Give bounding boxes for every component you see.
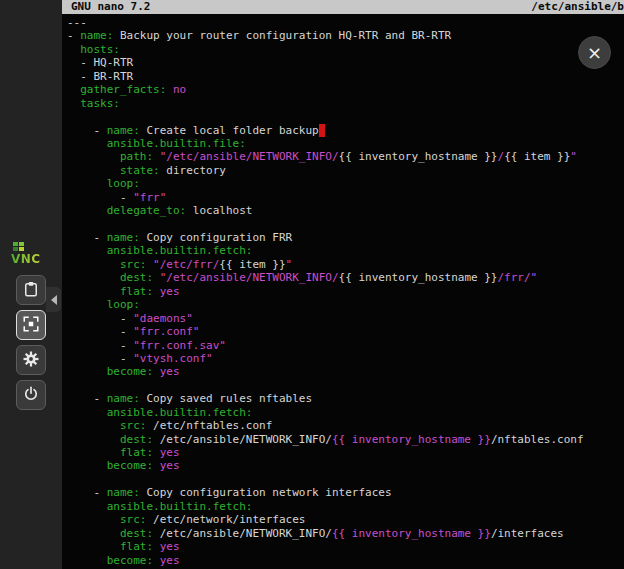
code-segment: ansible.builtin.fetch: — [107, 406, 253, 419]
code-segment: - — [67, 29, 80, 42]
settings-button[interactable] — [16, 345, 46, 375]
editor-line: - "frr.conf.sav" — [67, 339, 624, 352]
editor-line: flat: yes — [67, 446, 624, 459]
code-segment: yes — [160, 285, 180, 298]
vnc-sidebar: VNC — [0, 0, 62, 569]
editor-line: flat: yes — [67, 285, 624, 298]
editor-line: delegate_to: localhost — [67, 204, 624, 217]
code-segment: delegate_to: — [107, 204, 186, 217]
editor-line: ansible.builtin.file: — [67, 137, 624, 150]
code-segment: name: — [107, 392, 140, 405]
fullscreen-button[interactable] — [16, 310, 46, 340]
nano-file-path: /etc/ansible/b — [531, 0, 624, 14]
code-segment: loop: — [107, 298, 140, 311]
code-segment — [67, 513, 120, 526]
code-segment: /frr/" — [498, 271, 538, 284]
editor-line: - name: Create local folder backup — [67, 124, 624, 137]
power-icon — [22, 385, 40, 406]
terminal[interactable]: GNU nano 7.2 /etc/ansible/b ---- name: B… — [62, 0, 624, 569]
code-segment: "daemons" — [133, 312, 193, 325]
code-segment: {{ item }} — [219, 258, 285, 271]
code-segment: "/etc/ansible/NETWORK_INFO/ — [160, 150, 339, 163]
code-segment: become: — [107, 554, 153, 567]
code-segment — [67, 285, 120, 298]
code-segment: yes — [160, 365, 180, 378]
power-button[interactable] — [16, 380, 46, 410]
editor-line: ansible.builtin.fetch: — [67, 500, 624, 513]
code-segment: - — [67, 392, 107, 405]
code-segment: {{ inventory_hostname }} — [332, 527, 491, 540]
code-segment: "frr" — [133, 191, 166, 204]
code-segment — [153, 365, 160, 378]
code-segment: /interfaces — [491, 527, 564, 540]
code-segment — [67, 298, 107, 311]
editor-line: src: /etc/network/interfaces — [67, 513, 624, 526]
code-segment: - — [67, 352, 133, 365]
code-segment: path: — [120, 150, 153, 163]
close-button[interactable]: × — [578, 36, 611, 69]
novnc-logo: VNC — [11, 242, 51, 266]
code-segment — [67, 150, 120, 163]
code-segment: - — [67, 339, 133, 352]
nano-app-title: GNU nano 7.2 — [71, 0, 150, 14]
code-segment: flat: — [120, 285, 153, 298]
vnc-control-bar: VNC — [0, 242, 62, 410]
editor-line: src: /etc/nftables.conf — [67, 419, 624, 432]
editor-line: --- — [67, 16, 624, 29]
code-segment — [67, 459, 107, 472]
code-segment — [67, 97, 80, 110]
code-segment — [67, 258, 120, 271]
editor-line: dest: "/etc/ansible/NETWORK_INFO/{{ inve… — [67, 271, 624, 284]
code-segment: Copy configuration network interfaces — [140, 486, 392, 499]
editor-line — [67, 379, 624, 392]
editor-line: dest: /etc/ansible/NETWORK_INFO/{{ inven… — [67, 527, 624, 540]
code-segment: - — [67, 486, 107, 499]
code-segment — [67, 433, 120, 446]
code-segment — [153, 285, 160, 298]
code-segment: no — [173, 83, 186, 96]
code-segment: - — [67, 191, 133, 204]
code-segment: state: — [120, 164, 160, 177]
code-segment — [67, 406, 107, 419]
code-segment: directory — [160, 164, 226, 177]
code-segment: ansible.builtin.fetch: — [107, 500, 253, 513]
code-segment: dest: — [120, 527, 153, 540]
code-segment — [67, 164, 120, 177]
code-segment — [153, 271, 160, 284]
code-segment: "/etc/frr/ — [153, 258, 219, 271]
code-segment: yes — [160, 459, 180, 472]
editor-line: src: "/etc/frr/{{ item }}" — [67, 258, 624, 271]
code-segment: become: — [107, 459, 153, 472]
code-segment: localhost — [186, 204, 252, 217]
vnc-viewport: VNC — [0, 0, 624, 569]
code-segment: Copy configuration FRR — [140, 231, 292, 244]
code-segment: yes — [160, 446, 180, 459]
code-segment — [153, 554, 160, 567]
editor-line: - HQ-RTR — [67, 56, 624, 69]
text-cursor — [319, 124, 326, 137]
code-segment — [67, 500, 107, 513]
editor-line: state: directory — [67, 164, 624, 177]
editor-line: tasks: — [67, 97, 624, 110]
editor-line: - "vtysh.conf" — [67, 352, 624, 365]
novnc-logo-text: VNC — [11, 252, 41, 266]
code-segment: /etc/network/interfaces — [146, 513, 305, 526]
code-segment: " — [570, 150, 577, 163]
code-segment: {{ inventory_hostname }} — [332, 433, 491, 446]
code-segment: Create local folder backup — [140, 124, 319, 137]
clipboard-button[interactable] — [16, 275, 46, 305]
code-segment — [67, 419, 120, 432]
code-segment: - HQ-RTR — [67, 56, 133, 69]
code-segment: yes — [160, 540, 180, 553]
code-segment: Backup your router configuration HQ-RTR … — [113, 29, 451, 42]
editor-line: - name: Copy configuration network inter… — [67, 486, 624, 499]
code-segment: /etc/nftables.conf — [146, 419, 272, 432]
code-segment — [67, 554, 107, 567]
editor-line — [67, 110, 624, 123]
editor-text[interactable]: ---- name: Backup your router configurat… — [62, 14, 624, 567]
code-segment: - — [67, 124, 107, 137]
code-segment — [67, 244, 107, 257]
code-segment: dest: — [120, 433, 153, 446]
editor-line: dest: /etc/ansible/NETWORK_INFO/{{ inven… — [67, 433, 624, 446]
control-bar-handle[interactable] — [46, 287, 61, 312]
